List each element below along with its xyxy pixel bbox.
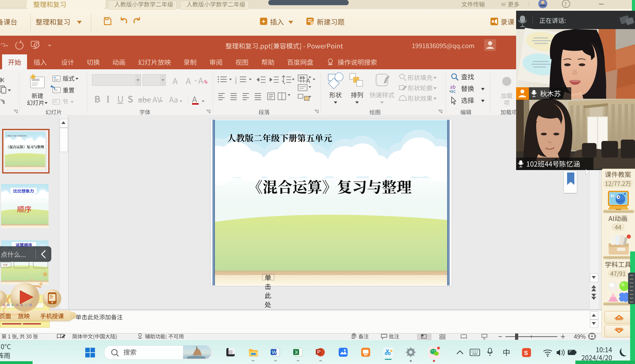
svg-text:W: W — [272, 349, 277, 355]
svg-text:S: S — [524, 350, 528, 356]
svg-text:P: P — [317, 349, 321, 355]
svg-text:X: X — [295, 349, 298, 355]
